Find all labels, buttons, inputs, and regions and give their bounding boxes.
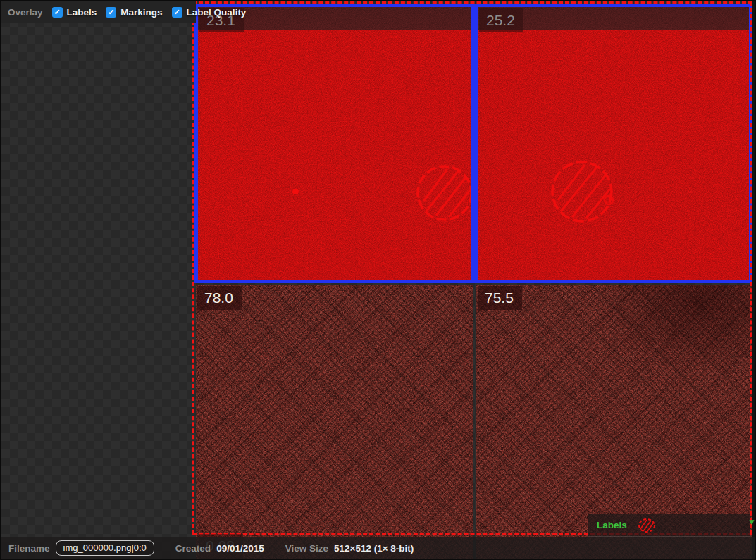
image-tile-1[interactable]: 23.1 bbox=[194, 4, 474, 283]
tile-value-label: 78.0 bbox=[197, 286, 242, 310]
app-window: 23.1 25.2 78.0 75.5 bbox=[0, 0, 756, 560]
checkbox-checked-icon[interactable]: ✓ bbox=[52, 7, 63, 18]
created-value: 09/01/2015 bbox=[216, 543, 264, 554]
checkbox-checked-icon[interactable]: ✓ bbox=[172, 7, 182, 18]
filename-label: Filename bbox=[8, 543, 50, 554]
red-dot-marking-icon bbox=[292, 189, 299, 194]
noise-texture bbox=[198, 7, 471, 280]
overlay-label: Overlay bbox=[8, 7, 43, 18]
status-bar: Filename img_000000.png|0:0 Created 09/0… bbox=[1, 537, 755, 559]
tile-value-label: 25.2 bbox=[479, 8, 523, 32]
image-tile-3[interactable]: 78.0 bbox=[196, 285, 473, 560]
labels-dropdown[interactable]: Labels bbox=[588, 514, 750, 537]
created-label: Created bbox=[175, 543, 211, 554]
dropdown-arrow-icon[interactable]: ▼ bbox=[748, 518, 756, 526]
image-tile-2[interactable]: 25.2 bbox=[474, 4, 752, 283]
noise-texture bbox=[196, 285, 473, 560]
checkbox-labels-label: Labels bbox=[67, 7, 97, 18]
view-size-value: 512×512 (1× 8-bit) bbox=[334, 543, 414, 554]
tile-value-label: 75.5 bbox=[478, 286, 522, 310]
labels-dropdown-title: Labels bbox=[597, 520, 627, 530]
filename-input[interactable]: img_000000.png|0:0 bbox=[56, 540, 154, 556]
checkbox-label-quality[interactable]: ✓ Label Quality bbox=[172, 7, 247, 18]
red-scribble-marking-icon bbox=[547, 156, 617, 227]
hatched-ellipse-icon bbox=[637, 517, 657, 534]
checkbox-markings[interactable]: ✓ Markings bbox=[106, 7, 162, 18]
checkbox-checked-icon[interactable]: ✓ bbox=[106, 7, 116, 18]
noise-texture bbox=[478, 7, 749, 280]
checkbox-label-quality-label: Label Quality bbox=[187, 7, 247, 18]
checkbox-labels[interactable]: ✓ Labels bbox=[52, 7, 97, 18]
overlay-toolbar: Overlay ✓ Labels ✓ Markings ✓ Label Qual… bbox=[1, 1, 196, 23]
checkbox-markings-label: Markings bbox=[120, 7, 162, 18]
view-size-label: View Size bbox=[285, 543, 328, 554]
red-scribble-marking-icon bbox=[412, 161, 474, 225]
